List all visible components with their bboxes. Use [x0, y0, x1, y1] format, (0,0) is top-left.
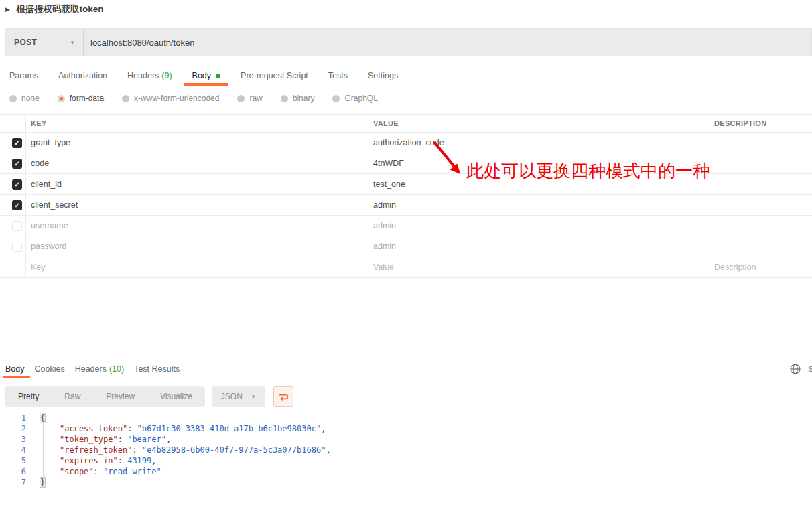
response-tab-body[interactable]: Body: [5, 364, 25, 374]
tab-body-label: Body: [192, 71, 212, 80]
radio-graphql-label: GraphQL: [344, 94, 377, 103]
body-modified-dot-icon: [216, 74, 220, 78]
collapse-arrow-icon: ▶: [5, 7, 10, 13]
chevron-down-icon: ▼: [70, 40, 75, 46]
tab-prerequest-label: Pre-request Script: [241, 71, 308, 80]
method-dropdown[interactable]: POST ▼: [6, 29, 83, 56]
row-checkbox[interactable]: [12, 221, 22, 231]
radio-none-label: none: [21, 94, 40, 103]
line-number: 4: [0, 445, 32, 455]
description-placeholder-cell[interactable]: Description: [709, 257, 812, 277]
tab-headers-label: Headers: [127, 71, 159, 80]
view-mode-visualize[interactable]: Visualize: [147, 386, 205, 407]
radio-icon: [122, 95, 129, 102]
response-tab-body-label: Body: [5, 364, 25, 374]
tab-authorization[interactable]: Authorization: [58, 71, 107, 80]
value-cell[interactable]: authorization_code: [368, 133, 709, 153]
code-line: 7 }: [0, 477, 812, 488]
collection-item-header[interactable]: ▶ 根据授权码获取token: [0, 0, 812, 19]
wrap-lines-icon: [277, 391, 289, 403]
radio-raw-label: raw: [249, 94, 262, 103]
code-line: 5 "expires_in": 43199,: [0, 455, 812, 466]
wrap-lines-button[interactable]: [273, 386, 293, 407]
radio-x-www-form-urlencoded[interactable]: x-www-form-urlencoded: [122, 94, 219, 103]
key-cell[interactable]: client_secret: [25, 195, 368, 215]
form-data-table: KEY VALUE DESCRIPTION ✓ grant_type autho…: [0, 114, 812, 278]
radio-icon: [281, 95, 288, 102]
column-header-key: KEY: [25, 115, 368, 132]
description-cell[interactable]: [709, 216, 812, 236]
key-cell[interactable]: password: [25, 236, 368, 257]
row-checkbox[interactable]: ✓: [12, 159, 22, 169]
divider: [0, 356, 812, 356]
value-cell[interactable]: admin: [368, 195, 709, 215]
description-cell[interactable]: [709, 133, 812, 153]
body-mode-selector: none form-data x-www-form-urlencoded raw…: [9, 92, 378, 105]
code-line: 3 "token_type": "bearer",: [0, 434, 812, 445]
tab-settings-label: Settings: [368, 71, 398, 80]
tab-settings[interactable]: Settings: [368, 71, 398, 80]
tab-tests[interactable]: Tests: [328, 71, 348, 80]
radio-none[interactable]: none: [9, 94, 40, 103]
description-cell[interactable]: [709, 174, 812, 194]
radio-form-data-label: form-data: [70, 94, 104, 103]
description-cell[interactable]: [709, 236, 812, 257]
response-tab-cookies-label: Cookies: [35, 364, 65, 374]
tab-params-label: Params: [9, 71, 38, 80]
description-cell[interactable]: [709, 153, 812, 173]
view-mode-group: Pretty Raw Preview Visualize: [5, 386, 205, 407]
response-tabs: Body Cookies Headers (10) Test Results: [5, 361, 180, 377]
view-mode-raw[interactable]: Raw: [52, 386, 93, 407]
tab-params[interactable]: Params: [9, 71, 38, 80]
value-cell[interactable]: admin: [368, 216, 709, 236]
code-line: 1 {: [0, 413, 812, 423]
line-number: 1: [0, 413, 32, 423]
table-header-row: KEY VALUE DESCRIPTION: [0, 115, 812, 133]
value-cell[interactable]: admin: [368, 236, 709, 257]
tab-headers[interactable]: Headers (9): [127, 71, 172, 80]
code-line: 2 "access_token": "b67d1c30-3383-410d-a1…: [0, 423, 812, 434]
response-headers-count-badge: (10): [109, 364, 124, 374]
row-checkbox[interactable]: ✓: [12, 138, 22, 148]
radio-graphql[interactable]: GraphQL: [332, 94, 377, 103]
key-placeholder-cell[interactable]: Key: [25, 257, 368, 277]
value-placeholder-cell[interactable]: Value: [368, 257, 709, 277]
code-line: 4 "refresh_token": "e4b82958-6b00-40f7-9…: [0, 445, 812, 455]
url-input[interactable]: localhost:8080/oauth/token: [84, 29, 811, 56]
table-placeholder-row: Key Value Description: [0, 257, 812, 278]
format-dropdown[interactable]: JSON ▼: [212, 386, 265, 407]
globe-icon[interactable]: [789, 363, 801, 375]
line-number: 5: [0, 455, 32, 466]
radio-binary[interactable]: binary: [281, 94, 315, 103]
row-checkbox[interactable]: [12, 242, 22, 252]
radio-raw[interactable]: raw: [237, 94, 262, 103]
line-number: 2: [0, 423, 32, 434]
response-tab-test-results[interactable]: Test Results: [134, 364, 180, 374]
description-cell[interactable]: [709, 195, 812, 215]
column-header-value: VALUE: [368, 115, 709, 132]
response-body-editor[interactable]: 1 { 2 "access_token": "b67d1c30-3383-410…: [0, 413, 812, 488]
tab-body[interactable]: Body: [192, 71, 221, 80]
view-mode-preview[interactable]: Preview: [93, 386, 147, 407]
column-header-description: DESCRIPTION: [709, 115, 812, 132]
response-tab-headers[interactable]: Headers (10): [75, 364, 124, 374]
radio-binary-label: binary: [293, 94, 315, 103]
view-mode-pretty[interactable]: Pretty: [5, 386, 52, 407]
tab-prerequest-script[interactable]: Pre-request Script: [241, 71, 308, 80]
clipped-edge-element: St: [809, 365, 812, 373]
tab-tests-label: Tests: [328, 71, 348, 80]
format-label: JSON: [221, 392, 243, 401]
key-cell[interactable]: code: [25, 153, 368, 173]
annotation-text: 此处可以更换四种模式中的一种: [466, 160, 710, 182]
radio-urlencoded-label: x-www-form-urlencoded: [134, 94, 219, 103]
key-cell[interactable]: username: [25, 216, 368, 236]
row-checkbox[interactable]: ✓: [12, 200, 22, 210]
key-cell[interactable]: client_id: [25, 174, 368, 194]
line-number: 6: [0, 466, 32, 477]
response-tab-cookies[interactable]: Cookies: [35, 364, 65, 374]
divider: [0, 19, 812, 19]
row-checkbox[interactable]: ✓: [12, 179, 22, 190]
key-cell[interactable]: grant_type: [25, 133, 368, 153]
indent-guide: [43, 423, 44, 477]
radio-form-data[interactable]: form-data: [58, 94, 104, 103]
